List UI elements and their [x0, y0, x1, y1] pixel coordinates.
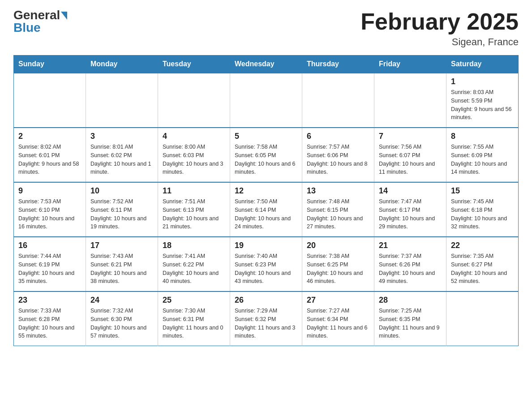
month-title: February 2025 — [360, 9, 519, 34]
calendar-day-cell: 19Sunrise: 7:40 AM Sunset: 6:23 PM Dayli… — [230, 237, 302, 291]
day-info: Sunrise: 7:35 AM Sunset: 6:27 PM Dayligh… — [451, 252, 514, 286]
day-info: Sunrise: 7:29 AM Sunset: 6:32 PM Dayligh… — [235, 307, 297, 340]
day-number: 18 — [163, 241, 225, 250]
day-info: Sunrise: 7:38 AM Sunset: 6:25 PM Dayligh… — [307, 252, 369, 286]
calendar-day-cell: 24Sunrise: 7:32 AM Sunset: 6:30 PM Dayli… — [86, 291, 158, 346]
day-number: 16 — [18, 241, 81, 250]
calendar-day-cell: 28Sunrise: 7:25 AM Sunset: 6:35 PM Dayli… — [374, 291, 446, 346]
day-number: 1 — [451, 77, 514, 86]
day-info: Sunrise: 7:57 AM Sunset: 6:06 PM Dayligh… — [307, 143, 369, 176]
day-number: 3 — [90, 132, 153, 141]
day-info: Sunrise: 7:25 AM Sunset: 6:35 PM Dayligh… — [379, 307, 442, 340]
calendar-day-cell: 23Sunrise: 7:33 AM Sunset: 6:28 PM Dayli… — [14, 291, 86, 346]
calendar-day-cell: 27Sunrise: 7:27 AM Sunset: 6:34 PM Dayli… — [302, 291, 374, 346]
day-number: 5 — [235, 132, 297, 141]
day-number: 15 — [451, 186, 514, 196]
calendar-day-cell: 10Sunrise: 7:52 AM Sunset: 6:11 PM Dayli… — [86, 182, 158, 237]
day-info: Sunrise: 7:50 AM Sunset: 6:14 PM Dayligh… — [235, 197, 297, 231]
calendar-day-cell: 20Sunrise: 7:38 AM Sunset: 6:25 PM Dayli… — [302, 237, 374, 291]
day-info: Sunrise: 7:55 AM Sunset: 6:09 PM Dayligh… — [451, 143, 514, 176]
day-info: Sunrise: 8:03 AM Sunset: 5:59 PM Dayligh… — [451, 88, 514, 122]
calendar-day-cell: 22Sunrise: 7:35 AM Sunset: 6:27 PM Dayli… — [446, 237, 519, 291]
calendar-day-cell — [446, 291, 519, 346]
calendar-table: SundayMondayTuesdayWednesdayThursdayFrid… — [13, 55, 519, 346]
calendar-day-cell: 26Sunrise: 7:29 AM Sunset: 6:32 PM Dayli… — [230, 291, 302, 346]
calendar-day-cell — [302, 73, 374, 128]
day-info: Sunrise: 7:43 AM Sunset: 6:21 PM Dayligh… — [90, 252, 153, 286]
location-label: Sigean, France — [360, 36, 519, 48]
page-header: General Blue February 2025 Sigean, Franc… — [13, 9, 519, 48]
day-info: Sunrise: 7:56 AM Sunset: 6:07 PM Dayligh… — [379, 143, 442, 176]
day-info: Sunrise: 7:47 AM Sunset: 6:17 PM Dayligh… — [379, 197, 442, 231]
calendar-day-header: Wednesday — [230, 56, 302, 73]
calendar-week-row: 9Sunrise: 7:53 AM Sunset: 6:10 PM Daylig… — [14, 182, 519, 237]
day-info: Sunrise: 8:02 AM Sunset: 6:01 PM Dayligh… — [18, 143, 81, 176]
calendar-week-row: 1Sunrise: 8:03 AM Sunset: 5:59 PM Daylig… — [14, 73, 519, 128]
day-number: 2 — [18, 132, 81, 141]
calendar-week-row: 23Sunrise: 7:33 AM Sunset: 6:28 PM Dayli… — [14, 291, 519, 346]
logo: General Blue — [13, 9, 67, 34]
day-number: 8 — [451, 132, 514, 141]
day-info: Sunrise: 7:27 AM Sunset: 6:34 PM Dayligh… — [307, 307, 369, 340]
day-number: 14 — [379, 186, 442, 196]
day-number: 17 — [90, 241, 153, 250]
calendar-day-header: Monday — [86, 56, 158, 73]
day-info: Sunrise: 7:40 AM Sunset: 6:23 PM Dayligh… — [235, 252, 297, 286]
day-number: 28 — [379, 295, 442, 305]
calendar-day-cell: 11Sunrise: 7:51 AM Sunset: 6:13 PM Dayli… — [158, 182, 230, 237]
day-info: Sunrise: 7:44 AM Sunset: 6:19 PM Dayligh… — [18, 252, 81, 286]
calendar-day-cell: 2Sunrise: 8:02 AM Sunset: 6:01 PM Daylig… — [14, 128, 86, 182]
day-number: 12 — [235, 186, 297, 196]
calendar-day-cell: 13Sunrise: 7:48 AM Sunset: 6:15 PM Dayli… — [302, 182, 374, 237]
calendar-day-cell — [374, 73, 446, 128]
calendar-day-cell: 3Sunrise: 8:01 AM Sunset: 6:02 PM Daylig… — [86, 128, 158, 182]
day-info: Sunrise: 8:00 AM Sunset: 6:03 PM Dayligh… — [163, 143, 225, 176]
calendar-day-cell: 4Sunrise: 8:00 AM Sunset: 6:03 PM Daylig… — [158, 128, 230, 182]
calendar-day-cell: 17Sunrise: 7:43 AM Sunset: 6:21 PM Dayli… — [86, 237, 158, 291]
day-info: Sunrise: 7:53 AM Sunset: 6:10 PM Dayligh… — [18, 197, 81, 231]
day-number: 10 — [90, 186, 153, 196]
day-number: 9 — [18, 186, 81, 196]
calendar-day-cell: 8Sunrise: 7:55 AM Sunset: 6:09 PM Daylig… — [446, 128, 519, 182]
day-number: 20 — [307, 241, 369, 250]
day-number: 27 — [307, 295, 369, 305]
calendar-day-cell — [230, 73, 302, 128]
day-info: Sunrise: 7:32 AM Sunset: 6:30 PM Dayligh… — [90, 307, 153, 340]
calendar-day-cell: 15Sunrise: 7:45 AM Sunset: 6:18 PM Dayli… — [446, 182, 519, 237]
logo-arrow-icon — [61, 12, 67, 20]
day-number: 13 — [307, 186, 369, 196]
calendar-day-cell: 1Sunrise: 8:03 AM Sunset: 5:59 PM Daylig… — [446, 73, 519, 128]
day-number: 23 — [18, 295, 81, 305]
calendar-day-cell: 21Sunrise: 7:37 AM Sunset: 6:26 PM Dayli… — [374, 237, 446, 291]
logo-blue-text: Blue — [13, 21, 67, 34]
calendar-day-header: Tuesday — [158, 56, 230, 73]
day-info: Sunrise: 7:37 AM Sunset: 6:26 PM Dayligh… — [379, 252, 442, 286]
title-block: February 2025 Sigean, France — [360, 9, 519, 48]
day-number: 26 — [235, 295, 297, 305]
day-info: Sunrise: 7:51 AM Sunset: 6:13 PM Dayligh… — [163, 197, 225, 231]
calendar-day-cell: 9Sunrise: 7:53 AM Sunset: 6:10 PM Daylig… — [14, 182, 86, 237]
calendar-day-cell — [86, 73, 158, 128]
day-info: Sunrise: 7:33 AM Sunset: 6:28 PM Dayligh… — [18, 307, 81, 340]
calendar-day-header: Thursday — [302, 56, 374, 73]
day-number: 22 — [451, 241, 514, 250]
day-number: 6 — [307, 132, 369, 141]
calendar-day-cell: 14Sunrise: 7:47 AM Sunset: 6:17 PM Dayli… — [374, 182, 446, 237]
day-number: 4 — [163, 132, 225, 141]
calendar-week-row: 2Sunrise: 8:02 AM Sunset: 6:01 PM Daylig… — [14, 128, 519, 182]
calendar-day-cell: 7Sunrise: 7:56 AM Sunset: 6:07 PM Daylig… — [374, 128, 446, 182]
calendar-day-cell: 25Sunrise: 7:30 AM Sunset: 6:31 PM Dayli… — [158, 291, 230, 346]
day-info: Sunrise: 7:41 AM Sunset: 6:22 PM Dayligh… — [163, 252, 225, 286]
day-number: 21 — [379, 241, 442, 250]
calendar-day-header: Saturday — [446, 56, 519, 73]
calendar-day-cell: 12Sunrise: 7:50 AM Sunset: 6:14 PM Dayli… — [230, 182, 302, 237]
day-info: Sunrise: 7:52 AM Sunset: 6:11 PM Dayligh… — [90, 197, 153, 231]
logo-general-text: General — [13, 9, 60, 21]
calendar-day-header: Sunday — [14, 56, 86, 73]
day-info: Sunrise: 7:48 AM Sunset: 6:15 PM Dayligh… — [307, 197, 369, 231]
calendar-day-cell: 5Sunrise: 7:58 AM Sunset: 6:05 PM Daylig… — [230, 128, 302, 182]
day-number: 24 — [90, 295, 153, 305]
day-info: Sunrise: 7:58 AM Sunset: 6:05 PM Dayligh… — [235, 143, 297, 176]
day-number: 25 — [163, 295, 225, 305]
calendar-week-row: 16Sunrise: 7:44 AM Sunset: 6:19 PM Dayli… — [14, 237, 519, 291]
